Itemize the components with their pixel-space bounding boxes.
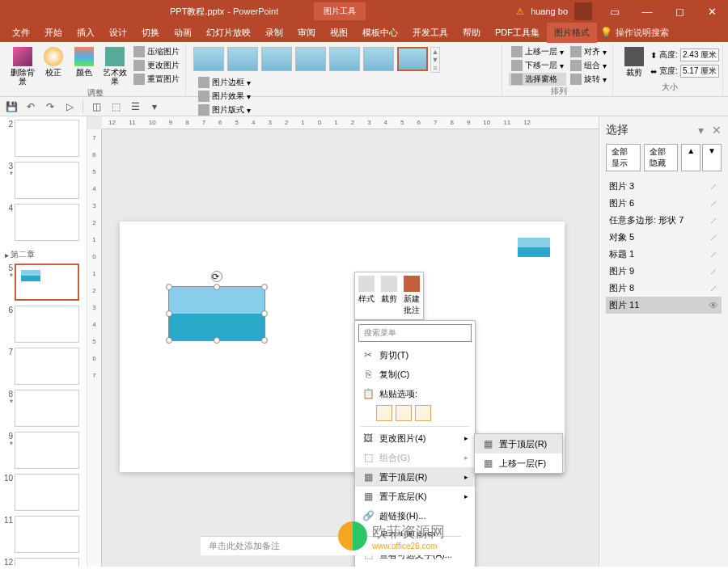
resize-handle-nw[interactable] <box>166 284 172 290</box>
resize-handle-w[interactable] <box>166 310 172 317</box>
bring-forward-button[interactable]: 上移一层 ▾ <box>509 45 566 58</box>
tab-insert[interactable]: 插入 <box>70 23 102 43</box>
tab-transitions[interactable]: 切换 <box>134 23 167 43</box>
section-label[interactable]: ▸ 第二章 <box>3 246 83 264</box>
tab-design[interactable]: 设计 <box>102 23 134 43</box>
selection-pane-button[interactable]: 选择窗格 <box>509 73 566 86</box>
tab-help[interactable]: 帮助 <box>455 23 488 43</box>
ribbon-options-button[interactable]: ▭ <box>599 0 631 23</box>
selection-item[interactable]: 图片 3⟋ <box>606 178 722 195</box>
hide-all-button[interactable]: 全部隐藏 <box>644 144 679 171</box>
qat-btn-6[interactable]: ⬚ <box>109 100 122 113</box>
submenu-bring-to-front[interactable]: ▦置于顶层(R) <box>475 434 562 454</box>
selected-image[interactable]: ⟳ <box>168 286 265 341</box>
undo-button[interactable]: ↶ <box>24 100 37 113</box>
styles-more[interactable]: ≡ <box>431 64 439 72</box>
slide-thumb-9[interactable] <box>15 432 79 469</box>
picture-style-5[interactable] <box>329 47 360 71</box>
picture-layout-button[interactable]: 图片版式 ▾ <box>196 103 253 116</box>
picture-style-4[interactable] <box>295 47 326 71</box>
slide-panel[interactable]: 2 3* 4 ▸ 第二章 5* 6 7 8* 9* 10 11 12 13 <box>0 116 87 567</box>
corrections-button[interactable]: 校正 <box>39 45 68 78</box>
tab-templates[interactable]: 模板中心 <box>355 23 405 43</box>
artistic-effects-button[interactable]: 艺术效果 <box>100 45 129 87</box>
picture-style-3[interactable] <box>261 47 292 71</box>
slide-thumb-6[interactable] <box>15 306 79 343</box>
ctx-change-picture[interactable]: 🖼更改图片(4)▸ <box>355 428 475 448</box>
tab-view[interactable]: 视图 <box>323 23 355 43</box>
visibility-toggle-icon[interactable]: ⟋ <box>709 232 718 243</box>
context-search-input[interactable]: 搜索菜单 <box>358 324 472 342</box>
ctx-send-to-back[interactable]: ▦置于底层(K)▸ <box>355 487 475 506</box>
compress-pictures-button[interactable]: 压缩图片 <box>131 45 182 58</box>
height-input[interactable] <box>680 49 719 61</box>
resize-handle-e[interactable] <box>261 310 268 317</box>
selection-pane-close[interactable]: ✕ <box>712 124 722 137</box>
styles-scroll-up[interactable]: ▲ <box>431 48 439 56</box>
slide-thumb-8[interactable] <box>15 390 79 427</box>
start-slideshow-button[interactable]: ▷ <box>63 100 76 113</box>
tab-home[interactable]: 开始 <box>37 23 70 43</box>
visibility-toggle-icon[interactable]: 👁 <box>709 300 718 311</box>
ctx-bring-to-front[interactable]: ▦置于顶层(R)▸ <box>355 467 475 487</box>
slide-thumb-12[interactable] <box>15 558 79 567</box>
mini-crop-button[interactable]: 裁剪 <box>381 276 397 316</box>
tell-me-search[interactable]: 💡 操作说明搜索 <box>600 27 669 39</box>
tab-slideshow[interactable]: 幻灯片放映 <box>199 23 258 43</box>
group-button[interactable]: 组合 ▾ <box>568 59 609 72</box>
tab-record[interactable]: 录制 <box>258 23 290 43</box>
visibility-toggle-icon[interactable]: ⟋ <box>709 266 718 277</box>
selection-item[interactable]: 任意多边形: 形状 7⟋ <box>606 212 722 229</box>
tab-developer[interactable]: 开发工具 <box>405 23 455 43</box>
avatar[interactable] <box>574 2 592 20</box>
save-button[interactable]: 💾 <box>5 100 18 113</box>
mini-style-button[interactable]: 样式 <box>358 276 375 316</box>
slide-thumb-5[interactable] <box>15 264 79 301</box>
width-input[interactable] <box>680 65 719 78</box>
canvas-area[interactable]: 1211109876543210123456789101112 76543210… <box>87 116 599 567</box>
picture-style-1[interactable] <box>193 47 224 71</box>
visibility-toggle-icon[interactable]: ⟋ <box>709 215 718 226</box>
styles-scroll-down[interactable]: ▼ <box>431 56 439 64</box>
resize-handle-n[interactable] <box>214 284 220 290</box>
resize-handle-se[interactable] <box>261 337 268 344</box>
slide-thumb-4[interactable] <box>15 204 79 241</box>
ctx-size-position[interactable]: ⬍大小和位置(Z)... <box>355 564 475 567</box>
remove-background-button[interactable]: 删除背景 <box>8 45 37 87</box>
resize-handle-ne[interactable] <box>261 284 268 290</box>
show-all-button[interactable]: 全部显示 <box>606 144 641 171</box>
slide-thumb-2[interactable] <box>15 120 79 157</box>
picture-effects-button[interactable]: 图片效果 ▾ <box>196 90 253 103</box>
change-picture-button[interactable]: 更改图片 <box>131 59 182 72</box>
paste-option-3[interactable] <box>415 405 431 421</box>
tab-file[interactable]: 文件 <box>5 23 37 43</box>
slide-thumb-10[interactable] <box>15 474 79 511</box>
close-button[interactable]: ✕ <box>696 0 728 23</box>
selection-item[interactable]: 图片 11👁 <box>606 297 722 314</box>
selection-pane-dropdown[interactable]: ▾ <box>698 124 704 137</box>
corner-image[interactable] <box>518 238 550 257</box>
maximize-button[interactable]: ◻ <box>663 0 696 23</box>
tab-picture-format[interactable]: 图片格式 <box>547 23 597 43</box>
resize-handle-sw[interactable] <box>166 337 172 344</box>
send-backward-button[interactable]: 下移一层 ▾ <box>509 59 566 72</box>
slide-thumb-7[interactable] <box>15 348 79 385</box>
qat-btn-5[interactable]: ◫ <box>90 100 103 113</box>
rotate-button[interactable]: 旋转 ▾ <box>568 73 609 86</box>
redo-button[interactable]: ↷ <box>44 100 57 113</box>
selection-item[interactable]: 图片 8⟋ <box>606 280 722 297</box>
ctx-copy[interactable]: ⎘复制(C) <box>355 365 475 384</box>
minimize-button[interactable]: — <box>631 0 663 23</box>
mini-new-comment-button[interactable]: 新建 批注 <box>404 276 420 316</box>
selection-item[interactable]: 对象 5⟋ <box>606 229 722 246</box>
visibility-toggle-icon[interactable]: ⟋ <box>709 198 718 209</box>
picture-style-7[interactable] <box>397 47 428 71</box>
resize-handle-s[interactable] <box>214 337 220 344</box>
selection-item[interactable]: 图片 6⟋ <box>606 195 722 212</box>
move-down-button[interactable]: ▼ <box>702 144 722 171</box>
picture-style-6[interactable] <box>363 47 394 71</box>
selection-item[interactable]: 标题 1⟋ <box>606 246 722 263</box>
reset-picture-button[interactable]: 重置图片 <box>131 73 182 86</box>
tab-review[interactable]: 审阅 <box>290 23 323 43</box>
paste-option-1[interactable] <box>376 405 392 421</box>
